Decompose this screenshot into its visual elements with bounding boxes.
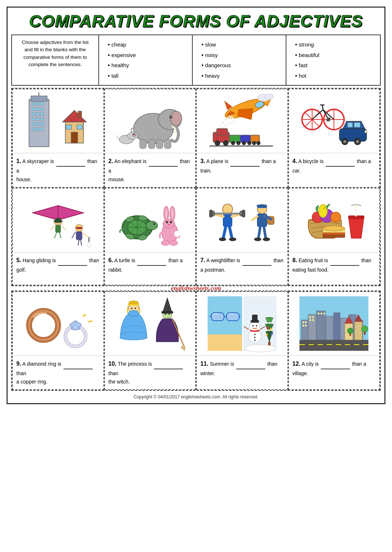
word-list-2: slow noisy dangerous heavy — [193, 35, 286, 85]
svg-point-189 — [245, 345, 275, 352]
svg-rect-221 — [305, 325, 307, 326]
image-2 — [105, 89, 196, 153]
word-item: fast — [295, 61, 375, 70]
svg-point-208 — [271, 333, 273, 335]
text-2: 2. An elephant is than a mouse. — [105, 153, 196, 187]
svg-rect-213 — [326, 316, 333, 340]
svg-rect-35 — [164, 139, 171, 149]
svg-rect-10 — [41, 113, 44, 115]
svg-rect-211 — [308, 314, 316, 340]
svg-rect-139 — [257, 214, 267, 227]
svg-line-93 — [72, 232, 75, 238]
image-8 — [289, 188, 380, 252]
exercise-2: 2. An elephant is than a mouse. — [104, 89, 196, 187]
image-12 — [289, 292, 380, 356]
word-item: slow — [201, 40, 281, 49]
svg-line-142 — [252, 216, 257, 220]
svg-line-131 — [223, 227, 226, 238]
svg-point-51 — [223, 141, 228, 146]
svg-point-53 — [237, 141, 240, 145]
word-item: strong — [295, 40, 375, 49]
svg-rect-11 — [32, 118, 35, 121]
svg-rect-229 — [299, 340, 368, 351]
page-wrapper: COMPARATIVE FORMS OF ADJECTIVES Choose a… — [7, 7, 385, 404]
text-12: 12. A city is than a village. — [289, 356, 380, 388]
svg-point-78 — [343, 140, 346, 143]
word-item: beautiful — [295, 50, 375, 60]
svg-rect-88 — [56, 218, 61, 222]
svg-point-105 — [154, 223, 155, 224]
text-3: 3. A plane is than a train. — [197, 153, 287, 186]
svg-rect-82 — [56, 225, 61, 232]
exercise-3: 3. A plane is than a train. — [196, 89, 288, 187]
svg-rect-222 — [309, 316, 311, 318]
svg-point-96 — [87, 244, 91, 247]
svg-line-132 — [229, 227, 232, 238]
svg-line-85 — [54, 232, 57, 238]
svg-point-54 — [242, 141, 246, 145]
svg-point-114 — [165, 208, 168, 219]
text-6: 6. A turtle is than a rabbit. — [105, 252, 196, 285]
svg-point-197 — [254, 337, 256, 338]
svg-point-173 — [135, 308, 136, 309]
svg-point-118 — [168, 224, 170, 226]
svg-rect-193 — [252, 315, 257, 321]
svg-point-235 — [347, 328, 353, 334]
exercise-7: 7. A weightlifter is than a postman. — [196, 188, 288, 285]
svg-line-144 — [258, 227, 260, 238]
header-row: Choose adjectives from the list and fill… — [11, 34, 381, 86]
svg-rect-130 — [240, 211, 242, 216]
svg-line-91 — [82, 233, 89, 238]
svg-point-194 — [252, 325, 254, 326]
svg-rect-80 — [365, 130, 367, 133]
svg-rect-223 — [312, 316, 314, 318]
exercise-12: 12. A city is than a village. — [288, 291, 380, 390]
svg-rect-176 — [162, 311, 173, 313]
word-item: hot — [295, 71, 375, 81]
svg-rect-238 — [364, 332, 366, 335]
text-4: 4. A bicycle is than a car. — [289, 153, 380, 186]
svg-rect-138 — [260, 205, 264, 208]
exercise-6: 6. A turtle is than a rabbit. — [104, 188, 196, 285]
svg-point-146 — [254, 238, 261, 241]
svg-point-56 — [252, 141, 256, 145]
watermark: englishwsheets.com — [11, 283, 381, 293]
word-item: expensive — [108, 50, 187, 60]
svg-point-40 — [133, 134, 134, 135]
svg-rect-224 — [309, 319, 311, 321]
svg-rect-90 — [76, 232, 82, 240]
exercises-grid-2: 9. A diamond ring is than a copper ring. — [11, 291, 381, 391]
word-item: heavy — [201, 71, 281, 81]
svg-point-115 — [171, 208, 174, 219]
svg-rect-5 — [32, 107, 35, 110]
svg-rect-13 — [41, 118, 44, 121]
svg-rect-23 — [78, 111, 82, 118]
instructions-cell: Choose adjectives from the list and fill… — [12, 35, 99, 85]
svg-rect-2 — [32, 102, 35, 105]
svg-rect-32 — [140, 139, 146, 149]
exercise-1: 1. A skycraper is than a house. — [12, 89, 104, 187]
svg-point-55 — [248, 141, 251, 145]
svg-rect-14 — [32, 123, 35, 126]
svg-rect-7 — [41, 107, 44, 110]
word-item: noisy — [201, 50, 281, 60]
svg-rect-1 — [31, 96, 47, 101]
svg-point-61 — [226, 115, 234, 123]
text-10: 10. The princess is than the witch. — [105, 356, 196, 389]
svg-point-57 — [257, 141, 260, 145]
svg-line-145 — [264, 227, 266, 238]
svg-point-117 — [170, 221, 172, 223]
svg-point-31 — [171, 116, 172, 117]
svg-point-174 — [128, 310, 139, 316]
image-3 — [197, 89, 287, 153]
svg-point-120 — [169, 240, 178, 245]
svg-rect-182 — [208, 334, 242, 351]
text-7: 7. A weightlifter is than a postman. — [197, 252, 287, 285]
svg-line-83 — [50, 226, 54, 230]
svg-rect-34 — [156, 139, 163, 149]
svg-rect-15 — [36, 123, 39, 126]
svg-rect-129 — [242, 210, 245, 217]
svg-line-86 — [60, 232, 61, 238]
svg-rect-204 — [268, 342, 270, 345]
svg-rect-236 — [350, 333, 351, 336]
